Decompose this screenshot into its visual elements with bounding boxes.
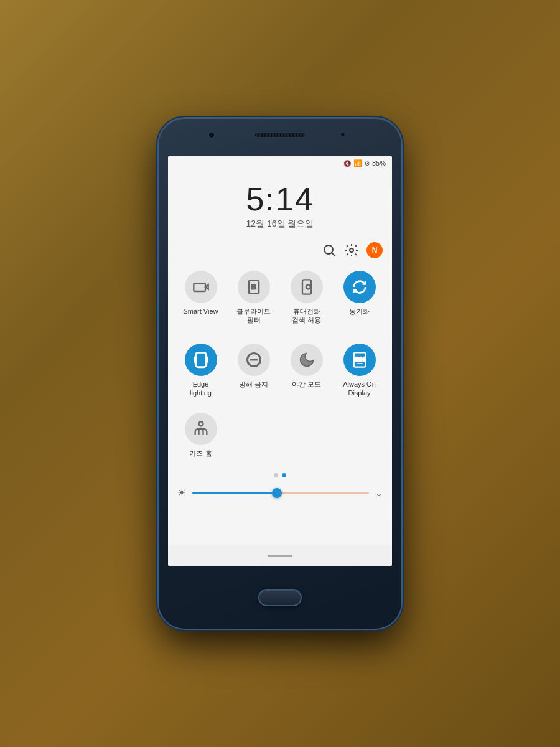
page-dot-2 — [282, 473, 286, 477]
front-sensor — [340, 132, 345, 137]
search-button[interactable] — [322, 243, 337, 258]
tiles-row-1: Smart View B 블루라이트필터 — [168, 261, 392, 334]
kids-home-label: 키즈 홈 — [189, 449, 212, 458]
status-icons: 🔇 📶 ⊘ 85% — [343, 159, 386, 167]
brightness-expand-icon[interactable]: ⌄ — [375, 488, 383, 498]
phone-bottom — [159, 566, 401, 629]
tile-always-on-display[interactable]: 5:14 Always OnDisplay — [333, 337, 386, 404]
svg-text:B: B — [251, 283, 256, 291]
sync-icon-wrap — [343, 271, 376, 303]
tile-kids-home[interactable]: 키즈 홈 — [174, 406, 227, 464]
brightness-thumb[interactable] — [272, 488, 282, 498]
blue-light-label: 블루라이트필터 — [236, 307, 271, 325]
tile-night-mode[interactable]: 야간 모드 — [280, 337, 333, 404]
aod-icon-wrap: 5:14 — [343, 344, 376, 376]
blue-light-icon-wrap: B — [238, 271, 270, 303]
status-bar: 🔇 📶 ⊘ 85% — [168, 156, 392, 171]
brightness-fill — [192, 492, 272, 494]
notification-letter: N — [372, 246, 378, 255]
battery-text: 85% — [372, 159, 386, 167]
tiles-row-3: 키즈 홈 — [168, 406, 392, 464]
tiles-row-2: Edgelighting 방해 금지 야간 — [168, 334, 392, 407]
tile-dnd[interactable]: 방해 금지 — [227, 337, 280, 404]
smart-view-icon-wrap — [185, 271, 217, 303]
smart-view-label: Smart View — [183, 307, 218, 316]
navigation-bar — [168, 545, 392, 566]
tile-blue-light[interactable]: B 블루라이트필터 — [227, 265, 280, 331]
phone-search-icon-wrap — [291, 271, 323, 303]
tile-smart-view[interactable]: Smart View — [174, 265, 227, 331]
notification-badge[interactable]: N — [366, 242, 383, 258]
night-mode-label: 야간 모드 — [292, 380, 321, 388]
mute-icon: 🔇 — [343, 160, 351, 167]
svg-point-7 — [306, 285, 310, 289]
aod-label: Always OnDisplay — [343, 380, 376, 398]
speaker-grille — [255, 133, 305, 137]
svg-rect-9 — [195, 352, 205, 367]
front-camera — [208, 132, 215, 138]
kids-home-icon-wrap — [185, 413, 217, 445]
dnd-label: 방해 금지 — [239, 380, 268, 388]
sync-label: 동기화 — [349, 307, 370, 316]
brightness-track[interactable] — [192, 492, 369, 494]
svg-point-0 — [324, 245, 333, 254]
date-display: 12월 16일 월요일 — [246, 218, 314, 230]
alarm-icon: ⊘ — [365, 160, 370, 167]
tile-sync[interactable]: 동기화 — [333, 265, 386, 331]
phone-device: 🔇 📶 ⊘ 85% 5:14 12월 16일 월요일 — [159, 118, 401, 629]
svg-point-2 — [350, 248, 353, 252]
dnd-icon-wrap — [238, 344, 270, 376]
svg-line-1 — [332, 253, 336, 257]
phone-search-label: 휴대전화검색 허용 — [292, 307, 321, 325]
panel-header: N — [168, 239, 392, 261]
home-button[interactable] — [258, 589, 302, 606]
edge-lighting-label: Edgelighting — [190, 380, 212, 398]
page-dots — [168, 464, 392, 484]
svg-text:5:14: 5:14 — [354, 357, 365, 362]
page-dot-1 — [274, 473, 278, 477]
tile-edge-lighting[interactable]: Edgelighting — [174, 337, 227, 404]
night-mode-icon-wrap — [291, 344, 323, 376]
settings-button[interactable] — [344, 243, 359, 258]
phone-screen: 🔇 📶 ⊘ 85% 5:14 12월 16일 월요일 — [168, 156, 392, 566]
svg-rect-3 — [194, 283, 205, 291]
time-section: 5:14 12월 16일 월요일 — [168, 171, 392, 239]
wifi-icon: 📶 — [353, 159, 362, 167]
brightness-bar[interactable]: ☀ ⌄ — [168, 484, 392, 502]
phone-top — [159, 118, 401, 156]
time-display: 5:14 — [246, 183, 314, 215]
brightness-icon: ☀ — [177, 487, 186, 499]
edge-lighting-icon-wrap — [185, 344, 217, 376]
tile-phone-search[interactable]: 휴대전화검색 허용 — [280, 265, 333, 331]
nav-handle — [268, 555, 292, 557]
